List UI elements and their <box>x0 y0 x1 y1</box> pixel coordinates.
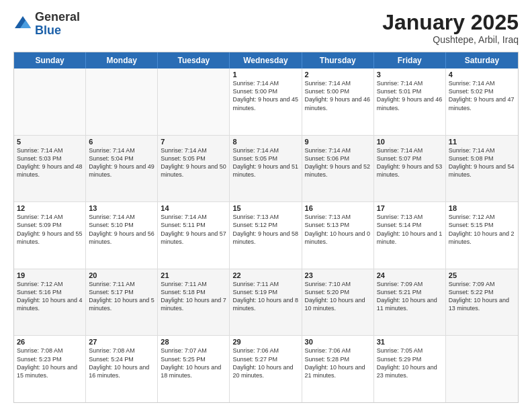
cell-info: Sunrise: 7:11 AM Sunset: 5:19 PM Dayligh… <box>232 280 298 313</box>
weekday-header: Thursday <box>302 52 374 68</box>
calendar-cell <box>158 68 230 135</box>
page-header: General Blue January 2025 Qushtepe, Arbi… <box>13 11 519 45</box>
weekday-header: Wednesday <box>230 52 302 68</box>
calendar-cell: 12Sunrise: 7:14 AM Sunset: 5:09 PM Dayli… <box>14 202 86 269</box>
weekday-header: Sunday <box>14 52 86 68</box>
day-number: 10 <box>377 138 443 146</box>
day-number: 5 <box>17 138 83 146</box>
logo-blue: Blue <box>35 24 61 37</box>
day-number: 6 <box>89 138 154 146</box>
cell-info: Sunrise: 7:08 AM Sunset: 5:23 PM Dayligh… <box>17 347 83 379</box>
cell-info: Sunrise: 7:06 AM Sunset: 5:27 PM Dayligh… <box>232 347 298 379</box>
calendar-title: January 2025 <box>382 11 519 34</box>
calendar-week-row: 1Sunrise: 7:14 AM Sunset: 5:00 PM Daylig… <box>14 68 518 136</box>
calendar-week-row: 19Sunrise: 7:12 AM Sunset: 5:16 PM Dayli… <box>14 269 518 336</box>
day-number: 30 <box>305 338 371 346</box>
calendar-cell: 19Sunrise: 7:12 AM Sunset: 5:16 PM Dayli… <box>14 269 86 336</box>
cell-info: Sunrise: 7:09 AM Sunset: 5:22 PM Dayligh… <box>449 280 515 313</box>
calendar-cell: 23Sunrise: 7:10 AM Sunset: 5:20 PM Dayli… <box>302 269 374 336</box>
calendar-cell: 10Sunrise: 7:14 AM Sunset: 5:07 PM Dayli… <box>374 136 446 202</box>
cell-info: Sunrise: 7:14 AM Sunset: 5:09 PM Dayligh… <box>17 213 83 246</box>
day-number: 19 <box>17 271 83 279</box>
day-number: 28 <box>161 338 226 346</box>
calendar-body: 1Sunrise: 7:14 AM Sunset: 5:00 PM Daylig… <box>14 68 518 402</box>
calendar-cell: 18Sunrise: 7:12 AM Sunset: 5:15 PM Dayli… <box>446 202 518 269</box>
cell-info: Sunrise: 7:13 AM Sunset: 5:13 PM Dayligh… <box>305 213 371 246</box>
cell-info: Sunrise: 7:09 AM Sunset: 5:21 PM Dayligh… <box>377 280 443 313</box>
day-number: 14 <box>161 204 226 212</box>
cell-info: Sunrise: 7:10 AM Sunset: 5:20 PM Dayligh… <box>305 280 371 313</box>
calendar-cell <box>86 68 158 135</box>
calendar-cell: 3Sunrise: 7:14 AM Sunset: 5:01 PM Daylig… <box>374 68 446 135</box>
cell-info: Sunrise: 7:14 AM Sunset: 5:10 PM Dayligh… <box>89 213 154 246</box>
calendar-cell <box>446 336 518 402</box>
logo-general: General <box>35 10 80 24</box>
calendar-header: SundayMondayTuesdayWednesdayThursdayFrid… <box>14 52 518 68</box>
cell-info: Sunrise: 7:08 AM Sunset: 5:24 PM Dayligh… <box>89 347 154 379</box>
weekday-header: Tuesday <box>158 52 230 68</box>
calendar-week-row: 12Sunrise: 7:14 AM Sunset: 5:09 PM Dayli… <box>14 202 518 269</box>
cell-info: Sunrise: 7:14 AM Sunset: 5:02 PM Dayligh… <box>449 79 515 112</box>
day-number: 18 <box>449 204 515 212</box>
cell-info: Sunrise: 7:05 AM Sunset: 5:29 PM Dayligh… <box>377 347 443 379</box>
calendar-cell: 13Sunrise: 7:14 AM Sunset: 5:10 PM Dayli… <box>86 202 158 269</box>
cell-info: Sunrise: 7:14 AM Sunset: 5:07 PM Dayligh… <box>377 146 443 179</box>
calendar-cell: 1Sunrise: 7:14 AM Sunset: 5:00 PM Daylig… <box>230 68 302 135</box>
calendar-cell: 28Sunrise: 7:07 AM Sunset: 5:25 PM Dayli… <box>158 336 230 402</box>
calendar-cell: 30Sunrise: 7:06 AM Sunset: 5:28 PM Dayli… <box>302 336 374 402</box>
cell-info: Sunrise: 7:14 AM Sunset: 5:06 PM Dayligh… <box>305 146 371 179</box>
calendar-cell: 17Sunrise: 7:13 AM Sunset: 5:14 PM Dayli… <box>374 202 446 269</box>
day-number: 25 <box>449 271 515 279</box>
day-number: 23 <box>305 271 371 279</box>
cell-info: Sunrise: 7:14 AM Sunset: 5:11 PM Dayligh… <box>161 213 226 246</box>
cell-info: Sunrise: 7:11 AM Sunset: 5:18 PM Dayligh… <box>161 280 226 313</box>
cell-info: Sunrise: 7:14 AM Sunset: 5:03 PM Dayligh… <box>17 146 83 179</box>
calendar-cell: 9Sunrise: 7:14 AM Sunset: 5:06 PM Daylig… <box>302 136 374 202</box>
calendar-cell: 8Sunrise: 7:14 AM Sunset: 5:05 PM Daylig… <box>230 136 302 202</box>
calendar-cell: 27Sunrise: 7:08 AM Sunset: 5:24 PM Dayli… <box>86 336 158 402</box>
calendar-cell: 31Sunrise: 7:05 AM Sunset: 5:29 PM Dayli… <box>374 336 446 402</box>
cell-info: Sunrise: 7:14 AM Sunset: 5:05 PM Dayligh… <box>161 146 226 179</box>
day-number: 20 <box>89 271 154 279</box>
cell-info: Sunrise: 7:14 AM Sunset: 5:00 PM Dayligh… <box>232 79 298 112</box>
day-number: 9 <box>305 138 371 146</box>
calendar-cell: 15Sunrise: 7:13 AM Sunset: 5:12 PM Dayli… <box>230 202 302 269</box>
logo: General Blue <box>13 11 80 38</box>
day-number: 21 <box>161 271 226 279</box>
calendar-cell: 7Sunrise: 7:14 AM Sunset: 5:05 PM Daylig… <box>158 136 230 202</box>
calendar-cell: 29Sunrise: 7:06 AM Sunset: 5:27 PM Dayli… <box>230 336 302 402</box>
day-number: 3 <box>377 71 443 79</box>
cell-info: Sunrise: 7:06 AM Sunset: 5:28 PM Dayligh… <box>305 347 371 379</box>
day-number: 22 <box>232 271 298 279</box>
day-number: 2 <box>305 71 371 79</box>
day-number: 31 <box>377 338 443 346</box>
day-number: 29 <box>232 338 298 346</box>
day-number: 17 <box>377 204 443 212</box>
calendar-cell: 4Sunrise: 7:14 AM Sunset: 5:02 PM Daylig… <box>446 68 518 135</box>
calendar-location: Qushtepe, Arbil, Iraq <box>382 34 519 45</box>
cell-info: Sunrise: 7:12 AM Sunset: 5:15 PM Dayligh… <box>449 213 515 246</box>
calendar-page: General Blue January 2025 Qushtepe, Arbi… <box>0 0 532 411</box>
day-number: 12 <box>17 204 83 212</box>
calendar: SundayMondayTuesdayWednesdayThursdayFrid… <box>13 52 519 403</box>
cell-info: Sunrise: 7:14 AM Sunset: 5:05 PM Dayligh… <box>232 146 298 179</box>
cell-info: Sunrise: 7:14 AM Sunset: 5:04 PM Dayligh… <box>89 146 154 179</box>
calendar-cell: 2Sunrise: 7:14 AM Sunset: 5:00 PM Daylig… <box>302 68 374 135</box>
calendar-cell: 5Sunrise: 7:14 AM Sunset: 5:03 PM Daylig… <box>14 136 86 202</box>
day-number: 4 <box>449 71 515 79</box>
calendar-cell <box>14 68 86 135</box>
cell-info: Sunrise: 7:13 AM Sunset: 5:12 PM Dayligh… <box>232 213 298 246</box>
day-number: 26 <box>17 338 83 346</box>
cell-info: Sunrise: 7:14 AM Sunset: 5:00 PM Dayligh… <box>305 79 371 112</box>
cell-info: Sunrise: 7:11 AM Sunset: 5:17 PM Dayligh… <box>89 280 154 313</box>
calendar-cell: 22Sunrise: 7:11 AM Sunset: 5:19 PM Dayli… <box>230 269 302 336</box>
logo-text: General Blue <box>35 11 80 38</box>
day-number: 7 <box>161 138 226 146</box>
calendar-cell: 24Sunrise: 7:09 AM Sunset: 5:21 PM Dayli… <box>374 269 446 336</box>
day-number: 8 <box>232 138 298 146</box>
cell-info: Sunrise: 7:13 AM Sunset: 5:14 PM Dayligh… <box>377 213 443 246</box>
cell-info: Sunrise: 7:07 AM Sunset: 5:25 PM Dayligh… <box>161 347 226 379</box>
calendar-cell: 11Sunrise: 7:14 AM Sunset: 5:08 PM Dayli… <box>446 136 518 202</box>
day-number: 16 <box>305 204 371 212</box>
weekday-header: Monday <box>86 52 158 68</box>
